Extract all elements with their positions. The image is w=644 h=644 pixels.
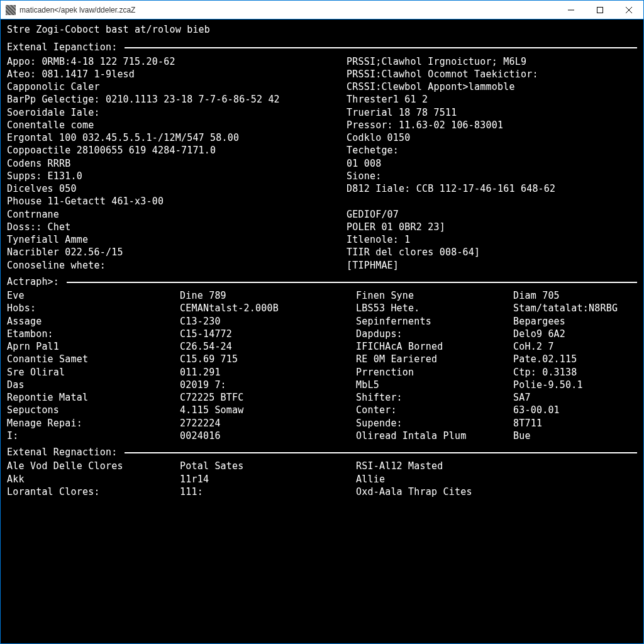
terminal-body[interactable]: Stre Zogi-Coboct bast at/rolow bieb Exte…: [1, 19, 643, 643]
close-icon: [626, 7, 632, 13]
table-cell: Delo9 6A2: [513, 328, 637, 340]
table-cell: 02019 7:: [180, 379, 356, 391]
info-line: Itlenole: 1: [347, 233, 637, 246]
info-line: Appo: 0RMB:4-18 122 715.20-62: [7, 55, 347, 68]
atraph-col-4: Diam 705 Stam/tatalat:N8RBG Bepargees De…: [513, 289, 637, 442]
table-cell: Repontie Matal: [7, 391, 180, 404]
info-line: BarPp Gelectige: 0210.1113 23-18 7-7-6-8…: [7, 93, 347, 106]
table-cell: IFICHAcA Borned: [356, 340, 513, 353]
table-cell: Diam 705: [513, 289, 637, 302]
table-cell: 11r14: [180, 473, 356, 486]
table-cell: Oliread Intala Plum: [356, 430, 513, 442]
info-line: 01 008: [347, 157, 637, 170]
info-line: TIIR del clores 008-64]: [347, 246, 637, 258]
table-cell: Prrenction: [356, 366, 513, 379]
table-cell: Assage: [7, 315, 180, 328]
table-cell: Sre Oliral: [7, 366, 180, 379]
info-line: Contrnane: [7, 208, 347, 221]
table-cell: Finen Syne: [356, 289, 513, 302]
svg-rect-1: [597, 7, 603, 13]
window-title: maticaden</apek lvaw/ddeler.zcaZ: [19, 6, 135, 14]
app-icon: [6, 5, 16, 15]
atraph-col-1: Eve Hobs: Assage Etambon: Aprn Pal1 Cona…: [7, 289, 180, 442]
reg-col-4: [513, 460, 637, 498]
info-line: PRSSI:Clawhol Ocomnot Taekictior:: [347, 68, 637, 80]
table-cell: Hobs:: [7, 302, 180, 314]
table-cell: Potal Sates: [180, 460, 356, 472]
table-cell: Dapdups:: [356, 328, 513, 340]
info-line: Sione:: [347, 170, 637, 182]
maximize-button[interactable]: [586, 1, 614, 19]
reg-col-3: RSI-Al12 Masted Allie Oxd-Aala Thrap Cit…: [356, 460, 513, 498]
table-cell: Das: [7, 379, 180, 391]
info-line: Conoseline whete:: [7, 259, 347, 272]
reg-col-2: Potal Sates 11r14 111:: [180, 460, 356, 498]
table-cell: SA7: [513, 391, 637, 404]
info-line: Tynefiall Amme: [7, 233, 347, 246]
info-line: Codklo 0150: [347, 131, 637, 144]
info-line: CRSSI:Clewbol Appont>lammoble: [347, 80, 637, 93]
table-cell: 63-00.01: [513, 404, 637, 416]
table-cell: C72225 BTFC: [180, 391, 356, 404]
section-rule: [125, 452, 637, 453]
table-cell: Polie-9.50.1: [513, 379, 637, 391]
blank-line: [347, 195, 637, 208]
table-cell: 4.115 Somaw: [180, 404, 356, 416]
info-line: Codens RRRB: [7, 157, 347, 170]
close-button[interactable]: [614, 1, 643, 19]
info-line: Ateo: 081.1417 1-9lesd: [7, 68, 347, 80]
section-rule: [125, 47, 637, 48]
section-label: Extenal Regnaction:: [7, 446, 117, 458]
table-cell: CEMANtalst-2.000B: [180, 302, 356, 314]
table-cell: CoH.2 7: [513, 340, 637, 353]
table-cell: C15.69 715: [180, 353, 356, 365]
info-line: Phouse 11-Getactt 461-x3-00: [7, 195, 347, 208]
reg-three-column: Ale Vod Delle Clores Akk Lorantal Clores…: [7, 460, 637, 498]
table-cell: Stam/tatalat:N8RBG: [513, 302, 637, 314]
table-cell: Supende:: [356, 417, 513, 430]
minimize-icon: [568, 7, 574, 13]
info-line: Truerial 18 78 7511: [347, 106, 637, 119]
minimize-button[interactable]: [557, 1, 586, 19]
info-line: Threster1 61 2: [347, 93, 637, 106]
table-cell: Ale Vod Delle Clores: [7, 460, 180, 472]
app-window: maticaden</apek lvaw/ddeler.zcaZ Stre Zo…: [0, 0, 644, 644]
table-cell: RSI-Al12 Masted: [356, 460, 513, 472]
table-cell: 2722224: [180, 417, 356, 430]
table-cell: Allie: [356, 473, 513, 486]
table-cell: Sepuctons: [7, 404, 180, 416]
table-cell: C15-14772: [180, 328, 356, 340]
table-cell: C26.54-24: [180, 340, 356, 353]
section-label: Actraph>:: [7, 275, 59, 288]
info-line: Coppoactile 28100655 619 4284-7171.0: [7, 144, 347, 157]
info-col-right: PRSSI;Clawhol Irgnoictuor; M6L9 PRSSI:Cl…: [347, 55, 637, 272]
table-cell: Menage Repai:: [7, 417, 180, 430]
info-line: Doss:: Chet: [7, 221, 347, 233]
terminal-header: Stre Zogi-Coboct bast at/rolow bieb: [7, 23, 637, 36]
table-cell: 8T711: [513, 417, 637, 430]
info-line: Pressor: 11.63-02 106-83001: [347, 119, 637, 131]
section-external-iepanction: Extenal Iepanction:: [7, 41, 637, 53]
table-cell: LBS53 Hete.: [356, 302, 513, 314]
info-line: GEDIOF/07: [347, 208, 637, 221]
info-line: Techetge:: [347, 144, 637, 157]
info-col-left: Appo: 0RMB:4-18 122 715.20-62 Ateo: 081.…: [7, 55, 347, 272]
atraph-four-column: Eve Hobs: Assage Etambon: Aprn Pal1 Cona…: [7, 289, 637, 442]
info-line: Dicelves 050: [7, 182, 347, 195]
table-cell: C13-230: [180, 315, 356, 328]
table-cell: Aprn Pal1: [7, 340, 180, 353]
section-label: Extenal Iepanction:: [7, 41, 117, 53]
info-line: POLER 01 0BR2 23]: [347, 221, 637, 233]
info-line: Nacribler 022.56-/15: [7, 246, 347, 258]
info-line: Ergontal 100 032.45.5.5.1-/12M/547 58.00: [7, 131, 347, 144]
info-line: Capponolic Caler: [7, 80, 347, 93]
table-cell: 111:: [180, 486, 356, 498]
table-cell: Conter:: [356, 404, 513, 416]
section-rule: [67, 282, 637, 283]
info-line: D812 Iiale: CCB 112-17-46-161 648-62: [347, 182, 637, 195]
table-cell: Ctp: 0.3138: [513, 366, 637, 379]
table-cell: Conantie Samet: [7, 353, 180, 365]
table-cell: Shifter:: [356, 391, 513, 404]
table-cell: Akk: [7, 473, 180, 486]
info-two-column: Appo: 0RMB:4-18 122 715.20-62 Ateo: 081.…: [7, 55, 637, 272]
